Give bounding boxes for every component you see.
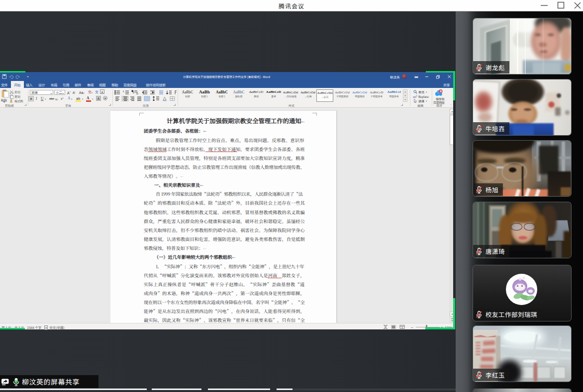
svg-text:ab: ab [413, 95, 416, 98]
